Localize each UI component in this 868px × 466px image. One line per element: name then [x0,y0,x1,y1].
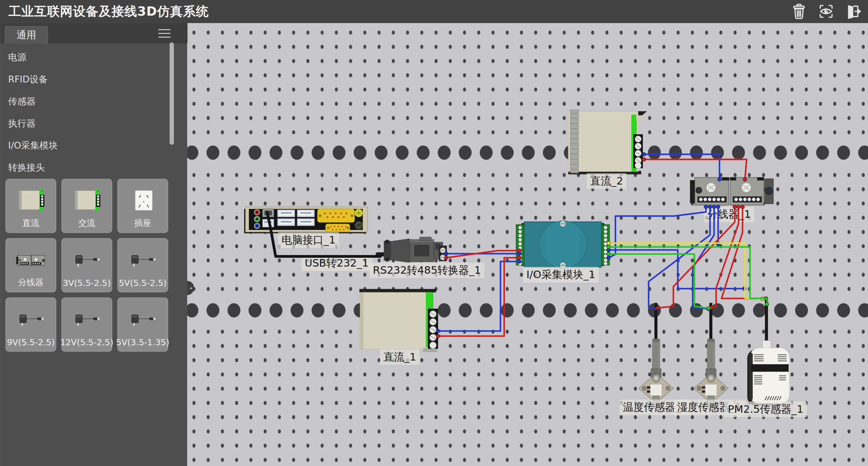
device-label-rs232-to-485: RS232转485转换器_1 [370,263,485,278]
device-rs232-to-485[interactable] [376,237,448,265]
adapter-icon [118,303,169,336]
app-title: 工业互联网设备及接线3D仿真系统 [8,3,209,20]
sidebar-panel: 通用 电源RFID设备传感器执行器I/O采集模块转换接头 直流交流插座分线器3V… [0,23,187,466]
socket-icon [118,184,169,218]
device-splitter[interactable] [689,174,775,208]
palette-card-label: 5V(5.5-2.5) [119,278,166,288]
simulation-canvas[interactable]: 电脑接口_1USB转232_1RS232转485转换器_1I/O采集模块_1直流… [187,23,868,466]
palette-card-label: 插座 [134,217,151,229]
palette-card-5V(5.5-2.5)[interactable]: 5V(5.5-2.5) [117,238,168,292]
category-list: 电源RFID设备传感器执行器I/O采集模块转换接头 [0,46,169,178]
device-label-usb-to-232: USB转232_1 [301,255,372,271]
palette-card-直流[interactable]: 直流 [5,179,56,233]
palette-card-label: 5V(3.5-1.35) [116,337,170,347]
sidebar-category-5[interactable]: 转换接头 [0,156,169,178]
psu-icon [62,184,113,218]
device-io-module[interactable] [515,220,611,270]
psu-icon [6,184,57,218]
device-palette: 直流交流插座分线器3V(5.5-2.5)5V(5.5-2.5)9V(5.5-2.… [5,179,169,352]
trash-icon[interactable] [791,3,807,19]
sidebar-category-3[interactable]: 执行器 [0,112,169,134]
device-label-dc-2: 直流_2 [587,173,626,189]
palette-card-9V(5.5-2.5)[interactable]: 9V(5.5-2.5) [5,297,56,352]
tab-common[interactable]: 通用 [5,26,48,43]
device-label-pm25-sensor: PM2.5传感器_1 [725,402,807,417]
exit-icon[interactable] [845,3,861,19]
device-humidity-sensor[interactable] [690,303,732,409]
palette-card-分线器[interactable]: 分线器 [5,238,56,292]
toolbar [791,3,861,19]
device-label-splitter-1: 分线器_1 [704,207,754,222]
device-label-io-module: I/O采集模块_1 [523,267,598,283]
palette-card-label: 9V(5.5-2.5) [7,337,55,347]
palette-card-12V(5.5-2.5)[interactable]: 12V(5.5-2.5) [61,297,112,352]
sidebar-scrollbar[interactable] [170,42,174,145]
view-icon[interactable] [818,3,834,19]
palette-card-label: 3V(5.5-2.5) [63,278,111,288]
sidebar-category-4[interactable]: I/O采集模块 [0,134,169,156]
palette-card-label: 分线器 [18,277,44,288]
sidebar-category-1[interactable]: RFID设备 [0,68,169,90]
device-label-dc-1: 直流_1 [380,349,419,365]
sidebar-category-0[interactable]: 电源 [0,46,169,68]
app-window: 工业互联网设备及接线3D仿真系统 [0,0,868,466]
palette-card-label: 交流 [78,217,95,229]
palette-card-5V(3.5-1.35)[interactable]: 5V(3.5-1.35) [117,297,168,352]
palette-card-交流[interactable]: 交流 [61,179,112,233]
menu-icon[interactable] [158,29,171,39]
palette-card-3V(5.5-2.5)[interactable]: 3V(5.5-2.5) [61,238,112,292]
device-pm25-sensor[interactable] [745,294,794,408]
device-dc-power-2[interactable] [564,108,648,176]
device-temp-sensor[interactable] [635,303,677,409]
top-bar: 工业互联网设备及接线3D仿真系统 [0,0,868,23]
device-dc-power-1[interactable] [357,288,442,353]
adapter-icon [118,243,169,277]
adapter-icon [62,243,113,277]
palette-card-label: 直流 [22,217,39,229]
adapter-icon [6,303,57,336]
palette-card-label: 12V(5.5-2.5) [60,337,114,347]
splitter-icon [6,243,57,277]
adapter-icon [62,303,113,336]
device-pc-interface[interactable] [243,204,370,234]
device-label-pc-interface: 电脑接口_1 [278,232,339,248]
sidebar-category-2[interactable]: 传感器 [0,90,169,112]
palette-card-插座[interactable]: 插座 [117,179,168,233]
